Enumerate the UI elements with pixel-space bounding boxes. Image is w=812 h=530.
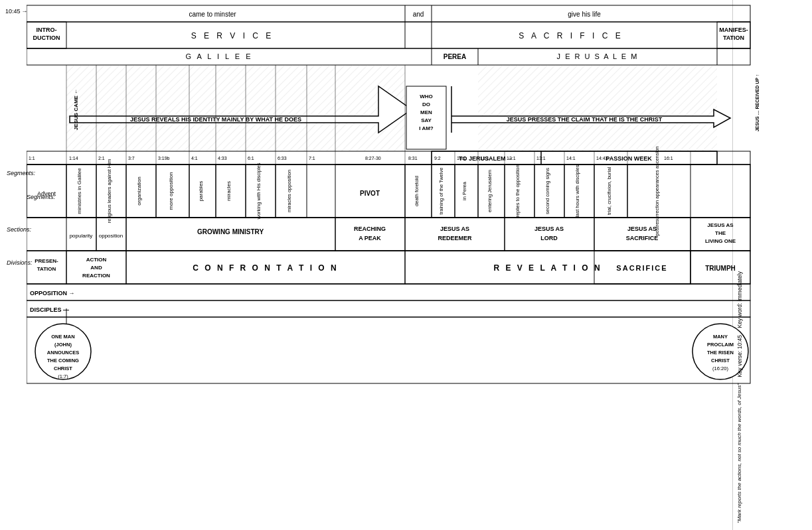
svg-text:WHO: WHO [420,94,433,99]
svg-text:second coming signs: second coming signs [544,168,550,214]
svg-text:G A L I L E E: G A L I L E E [185,52,252,60]
svg-text:8:31: 8:31 [408,156,418,161]
diagram-svg: came to minster and give his life INTRO-… [27,0,777,517]
svg-text:replies to the opposition: replies to the opposition [515,165,521,217]
svg-text:TO JERUSALEM →: TO JERUSALEM → [459,155,513,162]
svg-text:DO: DO [422,101,430,107]
svg-text:religious leaders against Him: religious leaders against Him [106,159,112,223]
svg-rect-173 [27,317,750,383]
svg-text:JESUS PRESSES THE CLAIM THAT H: JESUS PRESSES THE CLAIM THAT HE IS THE C… [507,116,663,123]
svg-text:PRESEN-: PRESEN- [35,258,58,264]
svg-text:trial, crucifixion, burial: trial, crucifixion, burial [606,167,612,215]
svg-text:REACTION: REACTION [82,273,110,279]
svg-text:opposition: opposition [99,233,123,239]
svg-rect-87 [27,165,750,218]
svg-text:4:33: 4:33 [218,156,227,161]
svg-text:(1:7): (1:7) [58,373,68,379]
svg-text:give  his  life: give his life [568,11,601,18]
time-label: 10:45 → [5,8,28,15]
svg-rect-141 [505,218,594,251]
svg-text:8:27-30: 8:27-30 [365,156,381,161]
svg-text:LIVING ONE: LIVING ONE [705,238,736,244]
svg-text:REDEEMER: REDEEMER [438,235,472,241]
svg-text:THE RISEN: THE RISEN [707,350,734,356]
svg-text:TATION: TATION [37,266,56,272]
svg-text:JESUS … RECEIVED UP ↑: JESUS … RECEIVED UP ↑ [755,74,760,132]
svg-text:MANY: MANY [713,334,728,340]
key-word-label: Key word: immediately [736,271,809,328]
svg-rect-168 [27,284,750,300]
svg-text:LORD: LORD [540,235,558,241]
svg-text:MANIFES-: MANIFES- [719,27,748,33]
svg-text:Advent: Advent [37,190,56,197]
svg-text:MEN: MEN [420,109,432,115]
sidebar-quote: "Mark reports the actions, not so much t… [736,383,809,523]
svg-text:3:7: 3:7 [128,156,135,161]
svg-text:entering Jerusalem: entering Jerusalem [487,170,493,212]
svg-rect-86 [27,165,750,218]
svg-text:S A C R I F I C E: S A C R I F I C E [519,31,623,40]
svg-text:14:1: 14:1 [566,156,576,161]
svg-text:parables: parables [198,181,204,202]
svg-text:miracles opposition: miracles opposition [286,170,292,212]
svg-text:2:1: 2:1 [98,156,105,161]
svg-text:OPPOSITION →: OPPOSITION → [30,290,75,297]
svg-text:SAY: SAY [421,117,432,123]
svg-text:JESUS CAME ←: JESUS CAME ← [73,89,79,130]
outer-container: 10:45 → came to minster and give his lif… [0,0,812,530]
svg-text:(16:20): (16:20) [712,365,728,371]
svg-text:1:1: 1:1 [29,156,35,161]
svg-text:6:33: 6:33 [278,156,287,161]
svg-text:REACHING: REACHING [354,226,386,232]
svg-text:last hours with disciples: last hours with disciples [574,165,580,217]
svg-text:working with His disciples: working with His disciples [256,163,262,220]
svg-text:postresurrection appearances a: postresurrection appearances ascension [654,146,660,235]
svg-text:9:2: 9:2 [434,156,441,161]
svg-text:PEREA: PEREA [444,53,466,60]
svg-text:more opposition: more opposition [168,172,174,210]
divisions-label: Divisions: [7,259,33,266]
svg-text:3:19b: 3:19b [158,156,170,161]
svg-text:ANNOUNCES: ANNOUNCES [47,350,79,356]
svg-text:DUCTION: DUCTION [33,34,60,41]
svg-text:PIVOT: PIVOT [360,190,380,197]
svg-rect-26 [478,65,717,151]
svg-text:R E V E L A T I O N: R E V E L A T I O N [493,263,602,273]
svg-text:ministries in Galilee: ministries in Galilee [76,168,82,214]
svg-rect-127 [27,218,750,251]
key-verse-label: Key verse: 10:45 [736,335,809,377]
svg-rect-17 [27,48,750,65]
svg-text:THE COMING: THE COMING [47,358,79,364]
svg-text:GROWING MINISTRY: GROWING MINISTRY [197,228,264,235]
svg-text:AND: AND [90,265,102,271]
svg-text:popularity: popularity [70,233,93,239]
svg-text:SACRIFICE: SACRIFICE [616,264,667,272]
svg-text:training of the Twelve: training of the Twelve [438,168,444,215]
svg-text:6:1: 6:1 [248,156,254,161]
svg-text:1:14: 1:14 [69,156,78,161]
svg-text:J E R U S A L E M: J E R U S A L E M [557,52,639,60]
svg-text:miracles: miracles [226,181,232,201]
svg-text:DISCIPLES —: DISCIPLES — [30,306,69,313]
svg-text:in Perea: in Perea [461,181,467,200]
svg-text:SACRIFICE: SACRIFICE [626,235,659,241]
segments-label: Segments: [7,170,35,176]
svg-text:C O N F R O N T A T I O N: C O N F R O N T A T I O N [193,263,338,273]
svg-text:JESUS AS: JESUS AS [627,226,657,232]
svg-text:7:1: 7:1 [309,156,315,161]
svg-text:JESUS AS: JESUS AS [534,226,564,232]
svg-rect-6 [27,22,750,48]
svg-text:INTRO-: INTRO- [37,27,57,33]
svg-text:JESUS AS: JESUS AS [440,226,469,232]
sections-label: Sections: [7,226,31,233]
svg-rect-144 [594,218,690,251]
svg-text:S E R V I C E: S E R V I C E [191,31,274,40]
svg-text:JESUS AS: JESUS AS [707,222,734,228]
svg-rect-170 [27,300,750,317]
svg-text:PROCLAIM: PROCLAIM [707,342,734,348]
svg-text:16:1: 16:1 [664,156,673,161]
svg-text:CHRIST: CHRIST [711,358,730,364]
svg-rect-25 [66,65,405,151]
svg-text:I AM?: I AM? [419,125,434,131]
svg-text:A PEAK: A PEAK [359,235,381,241]
